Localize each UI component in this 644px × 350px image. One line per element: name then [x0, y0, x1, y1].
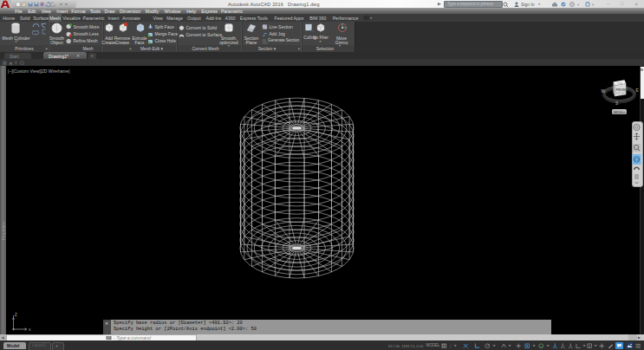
svg-text:TOP: TOP: [617, 82, 622, 86]
svg-text:Z: Z: [15, 312, 17, 317]
svg-text:W: W: [602, 88, 606, 94]
svg-text:E: E: [636, 88, 640, 93]
svg-text:▾: ▾: [592, 3, 595, 7]
svg-text:FRONT: FRONT: [616, 92, 626, 95]
svg-text:x: x: [29, 327, 31, 332]
svg-text:▾: ▾: [577, 3, 580, 7]
